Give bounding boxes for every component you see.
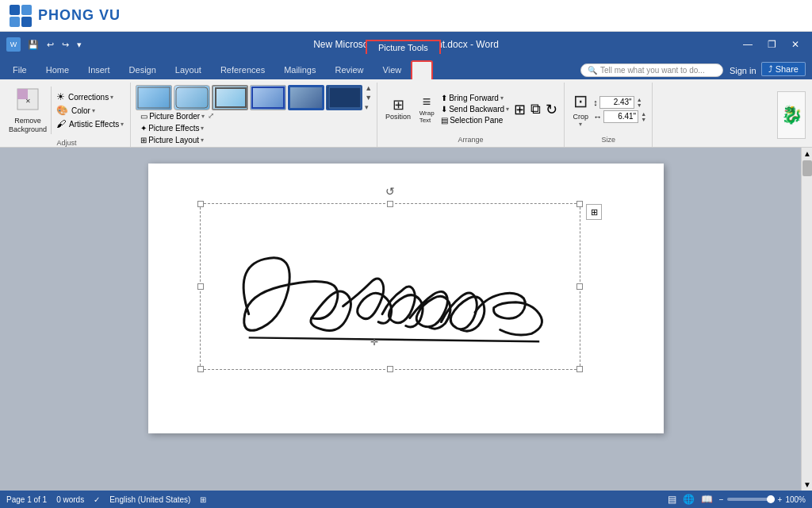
tab-references[interactable]: References xyxy=(211,60,274,79)
rotate-btn[interactable]: ↻ xyxy=(544,99,559,120)
width-spinner: ▲ ▼ xyxy=(640,111,647,122)
layout-icon-btn[interactable]: ⊞ xyxy=(586,204,602,220)
tab-view[interactable]: View xyxy=(373,60,412,79)
signature-container[interactable]: ↺ ⊞ xyxy=(200,203,580,370)
styles-more[interactable]: ▾ xyxy=(365,103,372,112)
undo-qa-btn[interactable]: ↩ xyxy=(44,38,56,52)
close-btn[interactable]: ✕ xyxy=(785,37,806,52)
zoom-out-btn[interactable]: − xyxy=(719,495,724,504)
read-view-btn[interactable]: 📖 xyxy=(701,494,713,505)
zoom-in-btn[interactable]: + xyxy=(778,495,783,504)
height-up[interactable]: ▲ xyxy=(636,97,643,102)
tab-format[interactable] xyxy=(411,60,433,79)
scroll-thumb[interactable] xyxy=(802,160,812,176)
arrange-label: Arrange xyxy=(382,134,559,145)
artistic-arrow: ▾ xyxy=(121,121,124,128)
remove-background-btn[interactable]: ✕ RemoveBackground xyxy=(8,84,48,137)
border-arrow: ▾ xyxy=(201,113,205,120)
group-btn[interactable]: ⧉ xyxy=(529,99,542,119)
height-input[interactable]: 2.43" xyxy=(599,96,634,109)
position-icon: ⊞ xyxy=(393,98,404,112)
window-controls: — ❐ ✕ xyxy=(737,37,806,52)
tab-layout[interactable]: Layout xyxy=(166,60,211,79)
picture-tools-badge: Picture Tools xyxy=(366,40,441,54)
redo-qa-btn[interactable]: ↪ xyxy=(59,38,71,52)
height-down[interactable]: ▼ xyxy=(636,102,643,108)
align-btn[interactable]: ⊞ xyxy=(512,99,527,120)
picture-effects-btn[interactable]: ✦ Picture Effects ▾ xyxy=(139,123,206,133)
title-left: W 💾 ↩ ↪ ▾ xyxy=(6,37,84,52)
picture-border-btn[interactable]: ▭ Picture Border ▾ xyxy=(139,111,206,121)
selection-pane-btn[interactable]: ▤ Selection Pane xyxy=(439,115,511,125)
picture-layout-btn[interactable]: ⊞ Picture Layout ▾ xyxy=(139,135,206,145)
tell-me-box[interactable]: 🔍 Tell me what you want to do... xyxy=(580,64,723,77)
scrollbar[interactable]: ▲ ▼ xyxy=(801,148,812,491)
style-thumb-6[interactable] xyxy=(326,85,362,110)
corrections-arrow: ▾ xyxy=(110,94,113,101)
color-btn[interactable]: 🎨 Color ▾ xyxy=(55,104,125,117)
send-backward-icon: ⬇ xyxy=(441,105,447,114)
styles-expand-icon[interactable]: ⤢ xyxy=(208,111,214,120)
handle-mr[interactable] xyxy=(576,283,583,290)
width-up[interactable]: ▲ xyxy=(640,111,647,117)
styles-scroll-down[interactable]: ▼ xyxy=(365,94,372,102)
style-thumb-2[interactable] xyxy=(174,85,210,110)
zoom-level: 100% xyxy=(785,495,806,504)
ribbon: ✕ RemoveBackground ☀ Corrections ▾ 🎨 Col… xyxy=(0,79,812,148)
web-view-btn[interactable]: 🌐 xyxy=(683,494,695,505)
tab-design[interactable]: Design xyxy=(120,60,166,79)
tab-mailings[interactable]: Mailings xyxy=(274,60,325,79)
handle-bc[interactable] xyxy=(387,366,393,372)
share-btn[interactable]: ⤴ Share xyxy=(761,62,806,76)
wrap-text-btn[interactable]: ≡ WrapText xyxy=(416,93,438,125)
minimize-btn[interactable]: — xyxy=(737,37,758,52)
style-thumb-4[interactable] xyxy=(250,85,286,110)
rotate-handle[interactable]: ↺ xyxy=(385,185,395,198)
zoom-slider[interactable] xyxy=(727,498,775,501)
scroll-down-btn[interactable]: ▼ xyxy=(802,479,812,491)
position-btn[interactable]: ⊞ Position xyxy=(382,96,414,122)
tab-review[interactable]: Review xyxy=(326,60,373,79)
handle-bl[interactable] xyxy=(197,366,204,372)
scroll-up-btn[interactable]: ▲ xyxy=(802,148,812,160)
bring-forward-btn[interactable]: ⬆ Bring Forward ▾ xyxy=(439,93,511,103)
style-thumb-1[interactable] xyxy=(136,85,172,110)
adjust-options: ☀ Corrections ▾ 🎨 Color ▾ 🖌 Artistic Eff… xyxy=(55,90,125,130)
status-bar: Page 1 of 1 0 words ✓ English (United St… xyxy=(0,491,812,508)
styles-items: ▲ ▼ ▾ xyxy=(136,84,372,111)
crop-btn[interactable]: ⊡ Crop ▾ xyxy=(569,90,592,129)
handle-ml[interactable] xyxy=(197,283,204,290)
svg-line-8 xyxy=(249,337,539,341)
restore-btn[interactable]: ❐ xyxy=(761,37,782,52)
handle-tr[interactable] xyxy=(576,201,583,207)
bf-arrow: ▾ xyxy=(500,94,504,102)
width-icon: ↔ xyxy=(593,112,602,121)
arrange-items: ⊞ Position ≡ WrapText ⬆ Bring Forward ▾ … xyxy=(382,84,559,134)
corrections-btn[interactable]: ☀ Corrections ▾ xyxy=(55,90,125,103)
artistic-icon: 🖌 xyxy=(56,118,66,129)
artistic-effects-btn[interactable]: 🖌 Artistic Effects ▾ xyxy=(55,117,125,130)
style-thumb-5[interactable] xyxy=(288,85,324,110)
tab-insert[interactable]: Insert xyxy=(79,60,120,79)
tab-file[interactable]: File xyxy=(3,60,36,79)
handle-tc[interactable] xyxy=(387,201,393,207)
layout-icon: ⊞ xyxy=(140,136,147,144)
layout-arrow: ▾ xyxy=(201,137,204,144)
handle-tl[interactable] xyxy=(197,201,204,207)
crop-arrow: ▾ xyxy=(579,121,582,128)
crop-icon: ⊡ xyxy=(573,91,588,112)
word-icon: W xyxy=(6,37,21,52)
width-down[interactable]: ▼ xyxy=(640,117,647,122)
send-backward-btn[interactable]: ⬇ Send Backward ▾ xyxy=(439,104,511,114)
tab-home[interactable]: Home xyxy=(36,60,79,79)
styles-scroll-up[interactable]: ▲ xyxy=(365,84,372,93)
handle-br[interactable] xyxy=(576,366,583,372)
save-qa-btn[interactable]: 💾 xyxy=(25,38,41,52)
customize-qa-btn[interactable]: ▾ xyxy=(75,38,84,52)
size-label: Size xyxy=(569,134,647,145)
width-input[interactable]: 6.41" xyxy=(603,110,638,123)
sign-in-btn[interactable]: Sign in xyxy=(730,66,756,75)
arrange-options: ⬆ Bring Forward ▾ ⬇ Send Backward ▾ ▤ Se… xyxy=(439,93,511,125)
style-thumb-3[interactable] xyxy=(212,85,248,110)
print-view-btn[interactable]: ▤ xyxy=(668,494,676,505)
